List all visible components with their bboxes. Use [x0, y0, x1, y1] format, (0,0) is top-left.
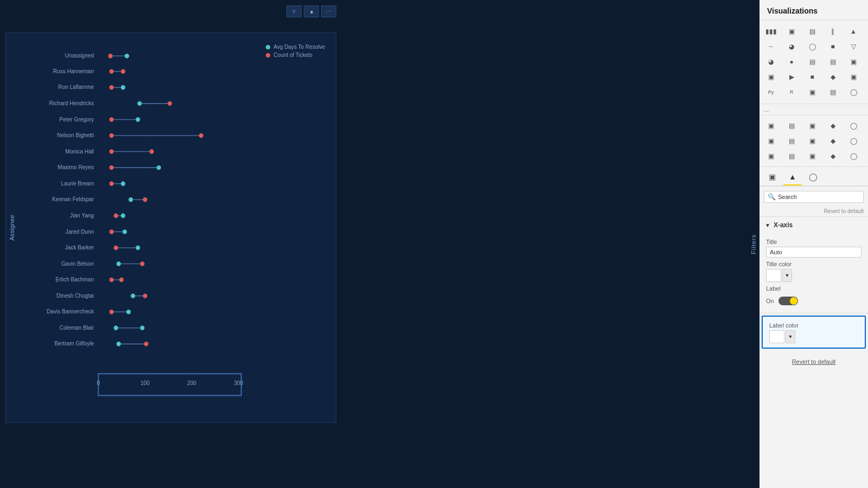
dot-16-a — [110, 310, 114, 314]
custom-icon-4[interactable]: ◆ — [825, 119, 841, 133]
filters-strip: Filters — [748, 0, 760, 488]
area-icon[interactable]: ▲ — [845, 24, 861, 38]
matrix-icon[interactable]: ▣ — [763, 70, 779, 84]
python-icon[interactable]: Py — [763, 85, 779, 99]
dot-18-a — [117, 342, 121, 346]
treemap-icon[interactable]: ■ — [825, 40, 841, 54]
label-field-label: Label — [766, 285, 861, 292]
row-label-18: Bertram Gilfoyle — [55, 341, 94, 346]
label-color-swatch[interactable] — [769, 330, 784, 343]
custom-icon-11[interactable]: ▣ — [763, 149, 779, 163]
chart-toolbar: ▿ ∎ ⋯ — [286, 5, 336, 17]
title-color-dropdown[interactable]: ▼ — [782, 269, 792, 282]
dot-8-b — [121, 181, 125, 185]
tab-format[interactable]: ▲ — [783, 169, 802, 185]
ai-icon[interactable]: ▤ — [825, 85, 841, 99]
custom-icon-15[interactable]: ◯ — [845, 149, 861, 163]
focus-btn[interactable]: ∎ — [304, 5, 319, 17]
dot-3-a — [137, 101, 142, 106]
svg-text:300: 300 — [234, 380, 243, 386]
custom-icon-3[interactable]: ▣ — [804, 119, 820, 133]
row-label-1: Russ Hanneman — [53, 68, 94, 74]
tab-fields[interactable]: ▣ — [763, 169, 781, 185]
custom-icon-10[interactable]: ◯ — [845, 134, 861, 148]
table-icon[interactable]: ▣ — [845, 55, 861, 69]
card-icon[interactable]: ● — [783, 55, 800, 69]
row-label-7: Maximo Reyes — [58, 164, 94, 170]
dot-13-b — [140, 261, 144, 266]
row-label-4: Peter Gregory — [60, 116, 94, 122]
more-btn[interactable]: ⋯ — [321, 5, 336, 17]
dot-9-a — [129, 197, 133, 202]
bar-cluster-icon[interactable]: ▣ — [783, 24, 800, 38]
search-input[interactable] — [778, 194, 860, 200]
donut-icon[interactable]: ◯ — [804, 40, 820, 54]
row-label-0: Unassigned — [65, 53, 94, 59]
svg-text:200: 200 — [187, 380, 196, 386]
custom-icon-12[interactable]: ▤ — [783, 149, 800, 163]
dot-1-a — [110, 69, 114, 74]
chart-svg: Assignee Unassigned Russ Hanneman Ron La… — [6, 33, 336, 422]
title-field-input[interactable] — [766, 247, 861, 258]
custom-icon-7[interactable]: ▤ — [783, 134, 800, 148]
search-icon: 🔍 — [768, 193, 776, 201]
title-color-swatch[interactable] — [766, 269, 781, 282]
custom-icon-5[interactable]: ◯ — [845, 119, 861, 133]
xaxis-section-header[interactable]: ▼ X-axis — [760, 217, 868, 233]
filter-btn[interactable]: ▿ — [286, 5, 302, 17]
chart-container: Avg Days To Resolve Count of Tickets Ass… — [5, 33, 336, 423]
legend-label-avg: Avg Days To Resolve — [273, 44, 325, 50]
dot-4-a — [110, 117, 114, 121]
search-box[interactable]: 🔍 — [764, 191, 864, 203]
bar-100-icon[interactable]: ▤ — [804, 24, 820, 38]
title-color-picker: ▼ — [766, 269, 861, 282]
fields-tab-icon: ▣ — [769, 172, 776, 181]
main-area: ▿ ∎ ⋯ Avg Days To Resolve Count of Ticke… — [0, 0, 748, 488]
dot-11-b — [123, 229, 127, 234]
svg-text:100: 100 — [141, 380, 150, 386]
pie-icon[interactable]: ◕ — [783, 40, 800, 54]
custom-icon-8[interactable]: ▣ — [804, 134, 820, 148]
power-apps-icon[interactable]: ▣ — [804, 85, 820, 99]
r-icon[interactable]: R — [783, 85, 800, 99]
custom-icon-2[interactable]: ▤ — [783, 119, 800, 133]
dot-0-a — [108, 54, 112, 58]
tab-analytics[interactable]: ◯ — [804, 169, 822, 185]
filters-label: Filters — [750, 234, 757, 254]
bar-h-icon[interactable]: ▮▮▮ — [763, 24, 779, 38]
label-color-dropdown[interactable]: ▼ — [786, 330, 795, 343]
xaxis-section-body: Title Title color ▼ Label On — [760, 233, 868, 313]
row-label-9: Keenan Feldspar — [52, 196, 94, 202]
legend-label-count: Count of Tickets — [273, 52, 312, 58]
dot-17-a — [114, 326, 118, 330]
title-field-label: Title — [766, 239, 861, 245]
custom-icon-13[interactable]: ▣ — [804, 149, 820, 163]
row-label-11: Jared Dunn — [66, 228, 94, 234]
dot-6-b — [149, 149, 154, 153]
shape-map-icon[interactable]: ◆ — [825, 70, 841, 84]
legend-dot-avg — [266, 45, 270, 49]
custom-icon-6[interactable]: ▣ — [763, 134, 779, 148]
row-label-8: Laurie Bream — [61, 181, 94, 187]
qna-icon[interactable]: ◯ — [845, 85, 861, 99]
label-toggle[interactable] — [778, 297, 798, 305]
revert-default-bottom[interactable]: Revert to default — [765, 356, 863, 367]
revert-default-top[interactable]: Revert to default — [760, 207, 868, 217]
slicer-icon[interactable]: ▤ — [825, 55, 841, 69]
kpi-icon[interactable]: ▤ — [804, 55, 820, 69]
filled-map-icon[interactable]: ■ — [804, 70, 820, 84]
dot-11-a — [110, 229, 114, 234]
map-icon[interactable]: ▶ — [783, 70, 800, 84]
dot-12-a — [114, 246, 118, 250]
custom-icon-9[interactable]: ◆ — [825, 134, 841, 148]
gauge-icon[interactable]: ◕ — [763, 55, 779, 69]
custom-icon-1[interactable]: ▣ — [763, 119, 779, 133]
scatter-icon[interactable]: ⋅⋅ — [763, 40, 779, 54]
custom-icon-14[interactable]: ◆ — [825, 149, 841, 163]
azuremap-icon[interactable]: ▣ — [845, 70, 861, 84]
funnel-icon[interactable]: ▽ — [845, 40, 861, 54]
line-icon[interactable]: ∥ — [825, 24, 841, 38]
row-label-10: Jian Yang — [70, 213, 94, 219]
row-label-13: Gavin Belson — [61, 261, 94, 267]
right-panel: Visualizations ▮▮▮ ▣ ▤ ∥ ▲ ⋅⋅ ◕ ◯ ■ ▽ ◕ … — [760, 0, 868, 488]
